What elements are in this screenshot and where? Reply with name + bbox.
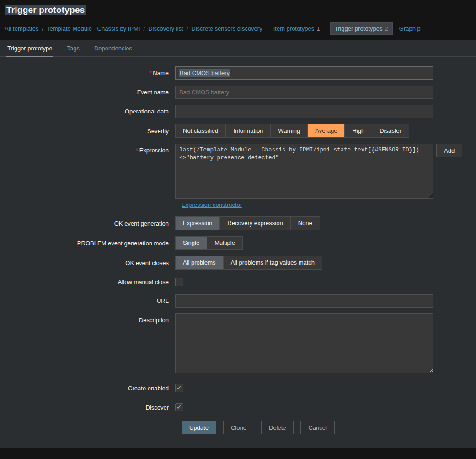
allow-manual-close-label: Allow manual close — [0, 279, 175, 286]
name-input-value: Bad CMOS battery — [179, 69, 230, 77]
required-asterisk: * — [136, 147, 138, 154]
breadcrumb-link-template[interactable]: Template Module - Chassis by IPMI — [47, 25, 140, 32]
ok-closes-all-problems[interactable]: All problems — [176, 256, 224, 269]
tab-tags[interactable]: Tags — [66, 40, 80, 56]
description-textarea[interactable] — [175, 313, 433, 373]
severity-control: Not classified Information Warning Avera… — [175, 124, 409, 138]
problem-mode-multiple[interactable]: Multiple — [207, 237, 242, 249]
trigger-prototype-form: *Name Bad CMOS battery Event name Operat… — [0, 57, 476, 434]
problem-event-mode-label: PROBLEM event generation mode — [0, 240, 175, 247]
graph-prototypes-link[interactable]: Graph p — [399, 25, 421, 32]
severity-not-classified[interactable]: Not classified — [176, 124, 226, 137]
discover-checkbox[interactable] — [175, 403, 183, 411]
event-name-input[interactable] — [175, 86, 433, 99]
discover-label: Discover — [0, 404, 175, 411]
delete-button[interactable]: Delete — [261, 421, 294, 434]
trigger-prototypes-link[interactable]: Trigger prototypes — [335, 25, 383, 32]
breadcrumb-link-discovery-list[interactable]: Discovery list — [148, 25, 183, 32]
row-ok-event-closes: OK event closes All problems All problem… — [0, 256, 476, 270]
expression-label: *Expression — [0, 144, 175, 154]
breadcrumb-separator: / — [144, 25, 145, 32]
severity-high[interactable]: High — [345, 124, 372, 137]
operational-data-label: Operational data — [0, 108, 175, 115]
expression-textarea[interactable]: last(/Template Module - Chassis by IPMI/… — [175, 144, 433, 199]
breadcrumb: All templates / Template Module - Chassi… — [0, 18, 476, 40]
update-button[interactable]: Update — [182, 421, 216, 434]
nav-item-prototypes: Item prototypes 1 — [273, 25, 320, 32]
expression-wrap: last(/Template Module - Chassis by IPMI/… — [175, 144, 462, 199]
severity-information[interactable]: Information — [226, 124, 271, 137]
row-description: Description — [0, 313, 476, 373]
trigger-prototypes-count: 2 — [385, 25, 388, 32]
clone-button[interactable]: Clone — [223, 421, 254, 434]
breadcrumb-separator: / — [187, 25, 188, 32]
row-event-name: Event name — [0, 86, 476, 99]
ok-event-closes-control: All problems All problems if tag values … — [175, 256, 322, 270]
ok-event-generation-control: Expression Recovery expression None — [175, 216, 320, 230]
ok-event-gen-none[interactable]: None — [291, 217, 320, 230]
severity-disaster[interactable]: Disaster — [372, 124, 409, 137]
expression-add-button[interactable]: Add — [436, 144, 462, 157]
ok-event-gen-recovery-expression[interactable]: Recovery expression — [220, 217, 290, 230]
page-title: Trigger prototypes — [5, 5, 471, 15]
ok-event-gen-expression[interactable]: Expression — [176, 217, 220, 230]
row-url: URL — [0, 294, 476, 308]
ok-event-closes-label: OK event closes — [0, 259, 175, 266]
row-name: *Name Bad CMOS battery — [0, 66, 476, 80]
row-create-enabled: Create enabled — [0, 384, 476, 392]
url-label: URL — [0, 297, 175, 304]
ok-event-generation-label: OK event generation — [0, 220, 175, 227]
item-prototypes-link[interactable]: Item prototypes — [273, 25, 315, 32]
description-label: Description — [0, 313, 175, 324]
severity-average[interactable]: Average — [308, 124, 345, 137]
name-input[interactable]: Bad CMOS battery — [175, 66, 433, 80]
breadcrumb-link-discovery-rule[interactable]: Discrete sensors discovery — [191, 25, 262, 32]
create-enabled-checkbox[interactable] — [175, 384, 183, 392]
form-actions: Update Clone Delete Cancel — [182, 421, 476, 434]
tab-bar: Trigger prototype Tags Dependencies — [0, 40, 476, 57]
required-asterisk: * — [149, 70, 151, 76]
prototype-nav: Item prototypes 1 Trigger prototypes 2 G… — [273, 22, 421, 35]
row-severity: Severity Not classified Information Warn… — [0, 124, 476, 138]
name-label: *Name — [0, 70, 175, 76]
row-operational-data: Operational data — [0, 105, 476, 118]
operational-data-input[interactable] — [175, 105, 433, 118]
url-input[interactable] — [175, 294, 433, 308]
problem-event-mode-control: Single Multiple — [175, 236, 243, 250]
create-enabled-label: Create enabled — [0, 385, 175, 392]
tab-trigger-prototype[interactable]: Trigger prototype — [6, 40, 53, 57]
row-discover: Discover — [0, 403, 476, 411]
severity-label: Severity — [0, 128, 175, 135]
row-allow-manual-close: Allow manual close — [0, 278, 476, 286]
allow-manual-close-checkbox[interactable] — [175, 278, 183, 286]
breadcrumb-link-all-templates[interactable]: All templates — [5, 25, 38, 32]
row-problem-event-mode: PROBLEM event generation mode Single Mul… — [0, 236, 476, 250]
item-prototypes-count: 1 — [316, 25, 320, 32]
ok-closes-tag-match[interactable]: All problems if tag values match — [224, 256, 322, 269]
expression-constructor-link[interactable]: Expression constructor — [182, 201, 242, 208]
severity-warning[interactable]: Warning — [271, 124, 308, 137]
trigger-prototypes-current[interactable]: Trigger prototypes 2 — [330, 22, 393, 35]
row-ok-event-generation: OK event generation Expression Recovery … — [0, 216, 476, 230]
problem-mode-single[interactable]: Single — [176, 237, 207, 249]
content-panel: Trigger prototype Tags Dependencies *Nam… — [0, 40, 476, 448]
page-header: Trigger prototypes — [0, 0, 476, 18]
cancel-button[interactable]: Cancel — [300, 421, 334, 434]
tab-dependencies[interactable]: Dependencies — [93, 40, 133, 56]
page-title-text: Trigger prototypes — [5, 5, 86, 15]
breadcrumb-separator: / — [42, 25, 43, 32]
row-expression-constructor: Expression constructor — [182, 201, 476, 208]
row-expression: *Expression last(/Template Module - Chas… — [0, 144, 476, 199]
event-name-label: Event name — [0, 89, 175, 96]
